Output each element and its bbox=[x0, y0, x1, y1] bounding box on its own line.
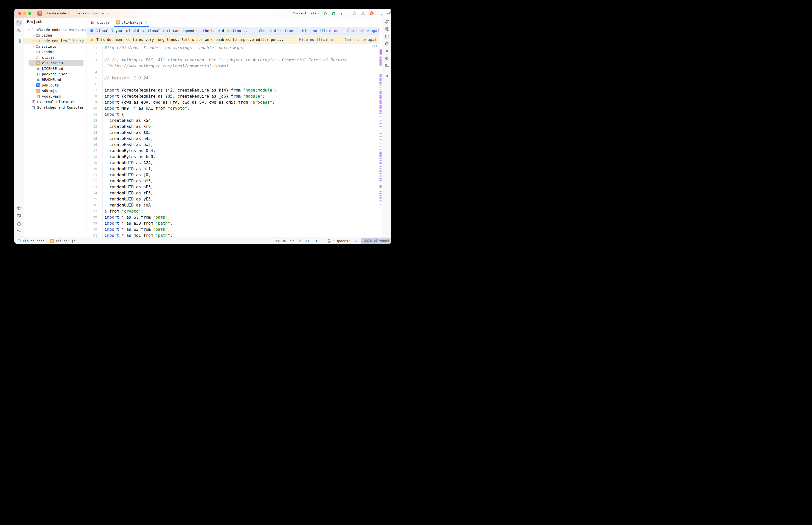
code-line[interactable]: 31import * as mo1 from "path"; bbox=[87, 232, 382, 238]
tree-item-external-libraries[interactable]: External Libraries bbox=[24, 99, 87, 105]
burst-icon[interactable] bbox=[369, 11, 374, 16]
banner-link[interactable]: Hide notification bbox=[299, 38, 335, 42]
code-line[interactable]: 23 randomUUID as nF5, bbox=[87, 184, 382, 190]
tab-cli-bak.js[interactable]: JScli-bak.js× bbox=[113, 18, 150, 27]
code-line[interactable]: 21 randomUUID as j0, bbox=[87, 172, 382, 178]
code-line[interactable]: 5// Version: 1.0.24 bbox=[87, 75, 382, 81]
line-number[interactable]: 12 bbox=[87, 118, 102, 123]
code-line[interactable]: (https://www.anthropic.com/legal/commerc… bbox=[87, 63, 382, 69]
chevron-right-icon[interactable] bbox=[31, 44, 35, 48]
letter-m-icon[interactable]: M bbox=[384, 73, 390, 79]
code-line[interactable]: 4 bbox=[87, 69, 382, 75]
line-number[interactable]: 4 bbox=[87, 69, 102, 75]
line-number[interactable]: 5 bbox=[87, 75, 102, 81]
code-line[interactable]: 20 randomUUID as ht1, bbox=[87, 166, 382, 172]
code-line[interactable]: 15 createHash as n45, bbox=[87, 136, 382, 142]
tree-item-cli-bak.js[interactable]: JScli-bak.js bbox=[24, 60, 87, 66]
run-icon[interactable] bbox=[323, 11, 328, 16]
tree-item-sdk.mjs[interactable]: JSsdk.mjs bbox=[24, 88, 87, 93]
line-number[interactable]: 18 bbox=[87, 154, 102, 160]
minimize-button[interactable] bbox=[23, 12, 26, 15]
line-number[interactable]: 28 bbox=[87, 214, 102, 220]
structure-icon[interactable] bbox=[16, 38, 22, 44]
chevron-right-icon[interactable] bbox=[27, 100, 31, 104]
tree-item-yoga.wasm[interactable]: yoga.wasm bbox=[24, 93, 87, 99]
banner-link[interactable]: Don't show again bbox=[348, 29, 382, 33]
breadcrumb-item[interactable]: cli-bak.js bbox=[56, 239, 75, 243]
code-line[interactable]: 16 createHash as pw5, bbox=[87, 142, 382, 148]
caret-position[interactable]: 266:36 bbox=[274, 239, 286, 243]
more-icon[interactable] bbox=[16, 46, 22, 52]
line-number[interactable]: 31 bbox=[87, 232, 102, 238]
code-line[interactable]: 18 randomBytes as bn0, bbox=[87, 154, 382, 160]
line-number[interactable]: 29 bbox=[87, 220, 102, 226]
tree-item-package.json[interactable]: {}package.json bbox=[24, 71, 87, 77]
zoom-button[interactable] bbox=[28, 12, 31, 15]
code-line[interactable]: 25 randomUUID as yE5, bbox=[87, 196, 382, 202]
line-number[interactable]: 9 bbox=[87, 99, 102, 105]
project-widget[interactable]: claude-code bbox=[44, 11, 70, 15]
x-circle-icon[interactable] bbox=[384, 41, 390, 47]
database-icon[interactable] bbox=[384, 33, 390, 40]
line-number[interactable]: 25 bbox=[87, 196, 102, 202]
code-line[interactable]: 14 createHash as $D5, bbox=[87, 130, 382, 136]
close-button[interactable] bbox=[18, 12, 21, 15]
code-editor[interactable]: 1#!/usr/bin/env -S node --no-warnings --… bbox=[87, 44, 382, 238]
ai-status-widget[interactable] bbox=[290, 239, 294, 243]
pull-requests-icon[interactable]: ? bbox=[16, 28, 22, 33]
chevron-right-icon[interactable] bbox=[31, 50, 35, 54]
at-icon[interactable] bbox=[352, 11, 357, 16]
users-chat-icon[interactable] bbox=[384, 63, 390, 69]
indent-widget[interactable]: 2 spaces* bbox=[327, 239, 350, 243]
line-number[interactable]: 16 bbox=[87, 142, 102, 148]
highlighting-status-badge[interactable]: OFF bbox=[372, 44, 378, 48]
project-panel-header[interactable]: Project bbox=[24, 18, 87, 26]
code-line[interactable]: 29import * as a30 from "path"; bbox=[87, 220, 382, 226]
line-number[interactable]: 20 bbox=[87, 166, 102, 172]
tree-item-claude-code[interactable]: claude-code~/.nvm/vers bbox=[24, 27, 87, 32]
run-configuration-selector[interactable]: Current File bbox=[293, 11, 320, 15]
line-number[interactable]: 11 bbox=[87, 111, 102, 118]
line-number[interactable]: 22 bbox=[87, 178, 102, 184]
tree-item-readme.md[interactable]: M↓README.md bbox=[24, 77, 87, 82]
code-line[interactable]: 27} from "crypto"; bbox=[87, 208, 382, 214]
tree-item-sdk.d.ts[interactable]: TSsdk.d.ts bbox=[24, 82, 87, 88]
vcs-widget[interactable]: Version control bbox=[76, 11, 110, 15]
tree-item-vendor[interactable]: vendor bbox=[24, 49, 87, 55]
tree-item-scratches-and-consoles[interactable]: Scratches and Consoles bbox=[24, 105, 87, 110]
git-icon[interactable] bbox=[16, 229, 22, 235]
line-number[interactable]: 23 bbox=[87, 184, 102, 190]
code-line[interactable]: 7import {createRequire as sj2, createReq… bbox=[87, 87, 382, 93]
code-line[interactable]: 11import { bbox=[87, 111, 382, 118]
line-number[interactable]: 15 bbox=[87, 136, 102, 142]
debug-icon[interactable] bbox=[331, 11, 336, 16]
close-tab-icon[interactable]: × bbox=[145, 20, 147, 25]
banner-link[interactable]: Choose direction bbox=[259, 29, 293, 33]
code-line[interactable]: 10import MK9, * as HA1 from "crypto"; bbox=[87, 105, 382, 111]
tab-cli.js[interactable]: 100JScli.js bbox=[88, 18, 113, 27]
scrollbar-thumb[interactable] bbox=[380, 50, 382, 54]
kebab-icon[interactable] bbox=[339, 11, 344, 16]
chevron-down-icon[interactable] bbox=[27, 28, 31, 32]
terminal-icon[interactable] bbox=[16, 213, 22, 219]
chevron-right-icon[interactable] bbox=[31, 39, 35, 43]
readonly-toggle[interactable] bbox=[354, 239, 357, 243]
banner-link[interactable]: Don't show again bbox=[344, 38, 379, 42]
project-view-icon[interactable] bbox=[16, 20, 22, 26]
banner-link[interactable]: Hide notification bbox=[302, 29, 338, 33]
code-line[interactable]: 2 bbox=[87, 51, 382, 57]
line-separator-widget[interactable]: LF bbox=[306, 239, 310, 243]
code-line[interactable]: 26 randomUUID as j0A bbox=[87, 202, 382, 208]
code-line[interactable]: 9import {cwd as e0A, cwd as FfA, cwd as … bbox=[87, 99, 382, 105]
breadcrumb-item[interactable]: claude-code bbox=[23, 239, 44, 243]
tree-item-node-modules[interactable]: node_moduleslibrary bbox=[24, 38, 87, 44]
bell-icon[interactable] bbox=[384, 19, 390, 25]
line-number[interactable]: 14 bbox=[87, 130, 102, 136]
line-number[interactable]: 7 bbox=[87, 87, 102, 93]
memory-indicator[interactable]: 2376 of 4900M bbox=[361, 238, 392, 244]
settings-icon[interactable] bbox=[386, 11, 392, 16]
code-line[interactable]: 1#!/usr/bin/env -S node --no-warnings --… bbox=[87, 45, 382, 51]
line-number[interactable]: 6 bbox=[87, 81, 102, 87]
add-user-icon[interactable] bbox=[360, 11, 366, 16]
tree-item-.idea[interactable]: .idea bbox=[24, 32, 87, 38]
